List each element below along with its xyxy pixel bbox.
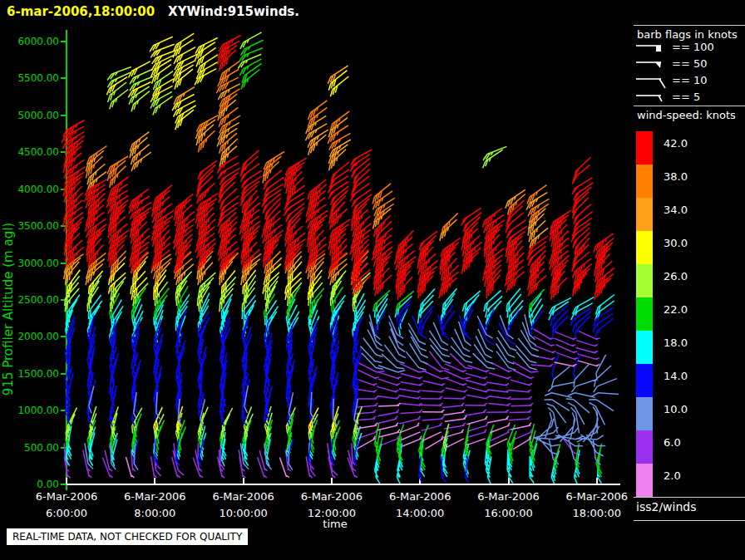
svg-text:500.00: 500.00: [24, 442, 59, 454]
svg-text:5000.00: 5000.00: [17, 110, 59, 121]
svg-text:16:00:00: 16:00:00: [484, 507, 532, 519]
svg-text:6-Mar-2006: 6-Mar-2006: [212, 490, 274, 503]
svg-text:0.00: 0.00: [37, 479, 59, 490]
svg-text:4000.00: 4000.00: [17, 184, 59, 195]
svg-text:6-Mar-2006: 6-Mar-2006: [477, 490, 539, 503]
svg-text:4500.00: 4500.00: [17, 146, 59, 158]
quality-notice: REAL-TIME DATA, NOT CHECKED FOR QUALITY: [7, 528, 248, 545]
svg-text:3500.00: 3500.00: [17, 220, 59, 232]
svg-text:6:00:00: 6:00:00: [46, 507, 87, 519]
svg-text:6-Mar-2006: 6-Mar-2006: [36, 490, 97, 503]
svg-text:1000.00: 1000.00: [17, 405, 59, 416]
svg-text:6-Mar-2006: 6-Mar-2006: [566, 490, 628, 503]
xywind-window: 6000.005500.005000.004500.004000.003500.…: [0, 0, 745, 560]
svg-text:14:00:00: 14:00:00: [396, 507, 444, 519]
svg-text:6-Mar-2006: 6-Mar-2006: [301, 490, 363, 503]
svg-text:5500.00: 5500.00: [17, 72, 59, 84]
title-datetime: 6-mar-2006,18:00:00: [7, 4, 155, 19]
svg-text:6-Mar-2006: 6-Mar-2006: [124, 490, 185, 503]
svg-text:2500.00: 2500.00: [17, 294, 59, 306]
svg-text:18:00:00: 18:00:00: [573, 507, 621, 519]
svg-text:915 Profiler Altitude (m agl): 915 Profiler Altitude (m agl): [1, 223, 16, 395]
title-bar: 6-mar-2006,18:00:00XYWind:915winds.: [7, 4, 299, 19]
svg-text:3000.00: 3000.00: [17, 258, 59, 269]
svg-text:2000.00: 2000.00: [17, 331, 59, 342]
svg-text:8:00:00: 8:00:00: [134, 507, 175, 519]
plot-title: XYWind:915winds.: [168, 4, 299, 19]
svg-text:6000.00: 6000.00: [17, 36, 59, 47]
svg-text:10:00:00: 10:00:00: [219, 507, 267, 519]
svg-text:6-Mar-2006: 6-Mar-2006: [389, 490, 451, 503]
svg-text:1500.00: 1500.00: [17, 368, 59, 380]
wind-barb-plot: 6000.005500.005000.004500.004000.003500.…: [0, 0, 745, 560]
wind-barbs: [62, 32, 619, 484]
svg-text:time: time: [323, 518, 347, 530]
